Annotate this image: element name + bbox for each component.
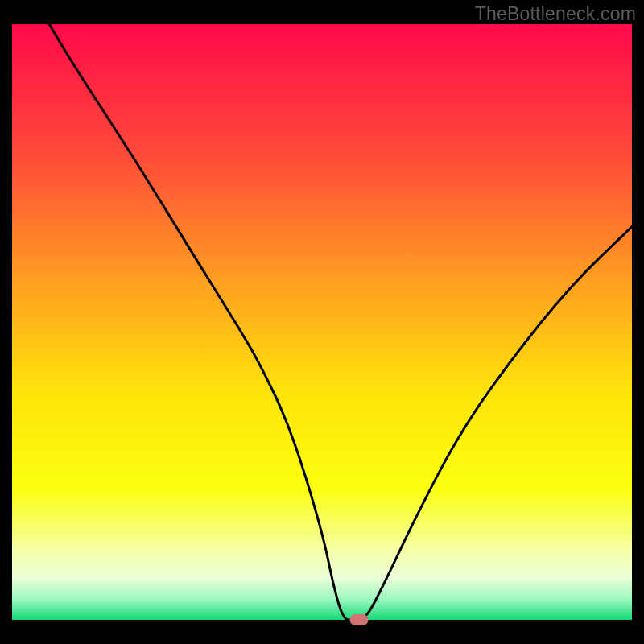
chart-svg: [12, 24, 632, 620]
watermark-text: TheBottleneck.com: [475, 3, 636, 25]
chart-frame: TheBottleneck.com: [0, 0, 644, 644]
min-marker: [350, 614, 369, 625]
chart-plot-area: [12, 24, 632, 620]
